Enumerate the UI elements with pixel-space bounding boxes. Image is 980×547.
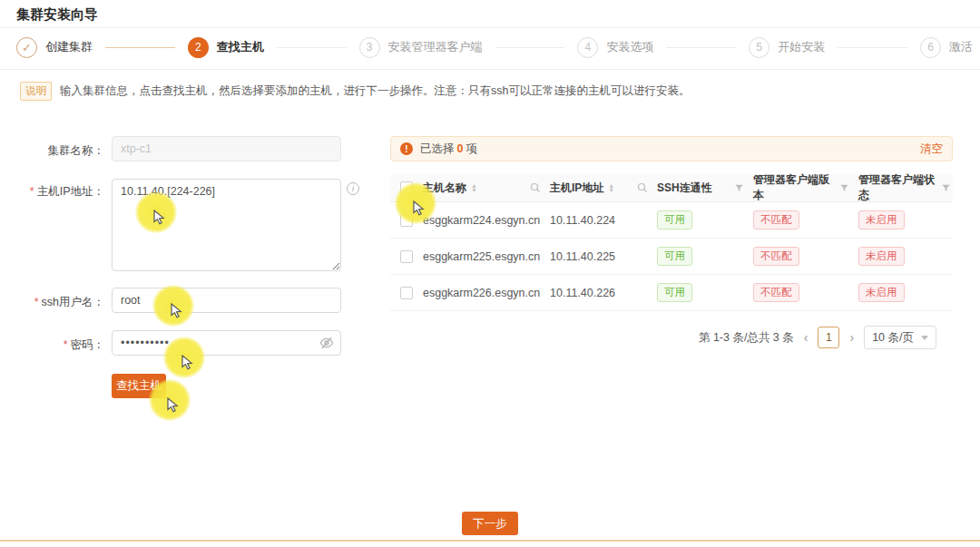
step-label: 查找主机 <box>217 39 264 55</box>
notice-bar: 说明 输入集群信息，点击查找主机，然后选择要添加的主机，进行下一步操作。注意：只… <box>20 82 953 101</box>
alert-circle-icon: ! <box>400 142 413 155</box>
table-header-row: 主机名称 ▲▼ 主机IP地址 ▲▼ SSH连通性 管理器客户端版本 <box>390 174 953 202</box>
step-connector <box>838 47 907 48</box>
column-manager-client-status: 管理器客户端状态 <box>858 172 941 203</box>
required-mark: * <box>30 185 34 198</box>
host-name-cell: esggkarm224.esgyn.cn <box>423 214 550 227</box>
sort-icon[interactable]: ▲▼ <box>471 183 477 192</box>
info-icon: i <box>347 182 359 195</box>
table-row[interactable]: esggkarm225.esgyn.cn 10.11.40.225 可用 不匹配… <box>390 239 953 275</box>
host-ip-cell: 10.11.40.224 <box>550 214 657 227</box>
step-label: 安装选项 <box>606 39 653 55</box>
find-hosts-button[interactable]: 查找主机 <box>112 374 166 398</box>
client-version-badge: 不匹配 <box>753 247 799 266</box>
pagination: 第 1-3 条/总共 3 条 ‹ 1 › 10 条/页 <box>390 326 953 349</box>
client-version-badge: 不匹配 <box>753 210 799 230</box>
column-host-ip: 主机IP地址 <box>550 181 603 196</box>
filter-funnel-icon[interactable] <box>839 183 849 193</box>
ssh-user-input[interactable] <box>112 288 341 313</box>
host-ip-textarea[interactable] <box>112 179 341 271</box>
host-ip-cell: 10.11.40.225 <box>550 250 657 263</box>
step-number: 6 <box>920 37 941 58</box>
step-number: 3 <box>359 37 380 58</box>
column-manager-client-version: 管理器客户端版本 <box>753 172 839 203</box>
page-size-value: 10 条/页 <box>872 330 914 346</box>
page-title: 集群安装向导 <box>16 6 98 24</box>
table-row[interactable]: esggkarm226.esgyn.cn 10.11.40.226 可用 不匹配… <box>390 275 953 311</box>
sort-icon[interactable]: ▲▼ <box>608 183 614 192</box>
table-row[interactable]: esggkarm224.esgyn.cn 10.11.40.224 可用 不匹配… <box>390 202 953 239</box>
step-connector <box>666 47 736 48</box>
client-status-badge: 未启用 <box>858 210 905 230</box>
page-number-button[interactable]: 1 <box>818 327 839 348</box>
host-ip-label: *主机IP地址： <box>0 184 104 200</box>
row-checkbox[interactable] <box>400 250 413 263</box>
wizard-steps: ✓ 创建集群 2 查找主机 3 安装管理器客户端 4 安装选项 5 开始安装 6… <box>16 35 973 59</box>
selection-bar: ! 已选择0项 清空 <box>390 136 953 161</box>
step-connector <box>105 47 175 48</box>
row-checkbox[interactable] <box>400 214 413 227</box>
pagination-summary: 第 1-3 条/总共 3 条 <box>699 330 794 346</box>
step-create-cluster[interactable]: ✓ 创建集群 <box>16 37 93 58</box>
chevron-down-icon <box>921 336 928 340</box>
step-label: 安装管理器客户端 <box>388 39 483 55</box>
clear-selection-link[interactable]: 清空 <box>920 142 943 157</box>
step-install-manager-client[interactable]: 3 安装管理器客户端 <box>359 37 483 58</box>
step-install-options[interactable]: 4 安装选项 <box>577 37 653 58</box>
host-name-cell: esggkarm226.esgyn.cn <box>423 287 550 299</box>
ssh-status-badge: 可用 <box>657 210 692 230</box>
next-page-button[interactable]: › <box>848 330 856 345</box>
step-label: 创建集群 <box>45 39 93 55</box>
prev-page-button[interactable]: ‹ <box>802 330 810 345</box>
hosts-table: 主机名称 ▲▼ 主机IP地址 ▲▼ SSH连通性 管理器客户端版本 <box>390 174 953 311</box>
notice-text: 输入集群信息，点击查找主机，然后选择要添加的主机，进行下一步操作。注意：只有ss… <box>60 83 690 99</box>
column-host-name: 主机名称 <box>423 181 466 196</box>
step-label: 开始安装 <box>778 39 825 55</box>
check-icon: ✓ <box>16 37 37 58</box>
step-activate[interactable]: 6 激活 <box>920 37 973 58</box>
column-ssh-connectivity: SSH连通性 <box>657 181 712 196</box>
cluster-name-label: 集群名称： <box>0 143 104 159</box>
row-checkbox[interactable] <box>400 287 413 299</box>
host-ip-cell: 10.11.40.226 <box>550 287 657 299</box>
selected-count: 0 <box>457 142 464 155</box>
filter-funnel-icon[interactable] <box>734 183 744 193</box>
page-size-select[interactable]: 10 条/页 <box>864 326 936 349</box>
required-mark: * <box>64 338 68 351</box>
hosts-panel: ! 已选择0项 清空 主机名称 ▲▼ 主机IP地址 ▲▼ <box>390 136 953 349</box>
bottom-edge-line <box>0 540 980 542</box>
step-number: 2 <box>188 37 209 58</box>
step-number: 5 <box>749 37 769 58</box>
step-connector <box>495 47 565 48</box>
next-step-button[interactable]: 下一步 <box>462 512 518 535</box>
cluster-install-wizard: 集群安装向导 ✓ 创建集群 2 查找主机 3 安装管理器客户端 4 安装选项 5… <box>0 0 980 547</box>
ssh-status-badge: 可用 <box>657 283 692 302</box>
step-start-install[interactable]: 5 开始安装 <box>749 37 825 58</box>
client-status-badge: 未启用 <box>858 283 905 302</box>
client-status-badge: 未启用 <box>858 247 905 266</box>
cluster-name-field <box>112 136 341 161</box>
eye-off-icon[interactable] <box>319 336 334 350</box>
selected-text: 已选择0项 <box>420 142 477 157</box>
required-mark: * <box>34 296 39 308</box>
search-icon[interactable] <box>530 182 541 193</box>
password-input[interactable] <box>112 330 341 356</box>
divider <box>0 27 980 28</box>
notice-badge: 说明 <box>20 82 52 101</box>
step-label: 激活 <box>949 39 973 55</box>
filter-funnel-icon[interactable] <box>941 183 951 193</box>
divider <box>0 69 980 70</box>
search-icon[interactable] <box>637 182 648 193</box>
client-version-badge: 不匹配 <box>753 283 799 302</box>
select-all-checkbox[interactable] <box>400 181 413 194</box>
step-number: 4 <box>577 37 598 58</box>
ssh-status-badge: 可用 <box>657 247 692 266</box>
host-name-cell: esggkarm225.esgyn.cn <box>423 250 550 263</box>
ssh-user-label: *ssh用户名： <box>0 295 104 310</box>
step-connector <box>277 47 347 48</box>
password-label: *密码： <box>0 337 104 353</box>
step-find-hosts[interactable]: 2 查找主机 <box>188 37 264 58</box>
